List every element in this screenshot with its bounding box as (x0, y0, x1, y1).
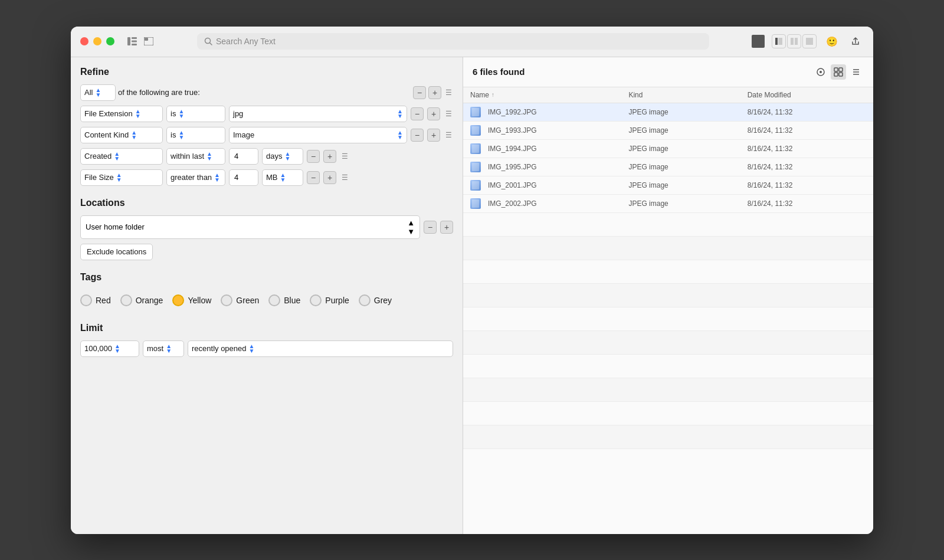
rule3-field-chevrons: ▲▼ (114, 152, 120, 161)
svg-rect-9 (778, 38, 782, 45)
svg-rect-15 (834, 68, 838, 71)
rule3-menu-button[interactable]: ☰ (340, 150, 349, 163)
rule4-unit-select[interactable]: MB ▲▼ (262, 169, 303, 186)
rule4-add-button[interactable]: + (323, 171, 336, 184)
file-name-cell: IMG_1994.JPG (470, 143, 628, 154)
tag-blue[interactable]: Blue (268, 294, 300, 306)
svg-line-7 (210, 43, 212, 45)
file-name: IMG_2002.JPG (488, 199, 537, 208)
rule3-operator-select[interactable]: within last ▲▼ (166, 148, 225, 165)
sidebar-icon[interactable] (126, 35, 138, 47)
rule1-field-select[interactable]: File Extension ▲▼ (80, 106, 163, 122)
rule3-op-chevrons: ▲▼ (206, 152, 212, 161)
table-row[interactable]: IMG_2001.JPG JPEG image 8/16/24, 11:32 (463, 176, 873, 195)
rule4-remove-button[interactable]: − (307, 171, 320, 184)
content-layout-icon[interactable] (802, 34, 817, 48)
tag-purple[interactable]: Purple (310, 294, 349, 306)
rule2-field-select[interactable]: Content Kind ▲▼ (80, 127, 163, 143)
search-bar[interactable]: Search Any Text (197, 33, 709, 50)
sidebar-layout-icon[interactable] (772, 34, 786, 48)
rule1-operator-select[interactable]: is ▲▼ (166, 106, 225, 122)
rule2-menu-button[interactable]: ☰ (444, 129, 453, 142)
rule-menu-button[interactable]: ☰ (444, 86, 453, 99)
close-button[interactable] (80, 37, 88, 45)
location-remove-button[interactable]: − (424, 221, 437, 234)
empty-row (463, 402, 873, 425)
stop-button[interactable] (752, 35, 765, 48)
rule1-remove-button[interactable]: − (411, 107, 424, 120)
rule3-add-button[interactable]: + (323, 150, 336, 163)
file-kind-cell: JPEG image (628, 163, 747, 171)
tag-orange[interactable]: Orange (120, 294, 163, 306)
exclude-locations-button[interactable]: Exclude locations (80, 244, 153, 260)
tag-grey[interactable]: Grey (359, 294, 392, 306)
tag-green[interactable]: Green (221, 294, 259, 306)
table-row[interactable]: IMG_1994.JPG JPEG image 8/16/24, 11:32 (463, 140, 873, 158)
svg-rect-16 (839, 68, 843, 71)
rule2-add-button[interactable]: + (427, 129, 440, 142)
maximize-button[interactable] (106, 37, 114, 45)
all-select[interactable]: All ▲▼ (80, 84, 116, 101)
limit-criteria-select[interactable]: recently opened ▲▼ (188, 340, 453, 357)
results-header: 6 files found (463, 57, 873, 87)
location-select[interactable]: User home folder ▲▼ (80, 215, 420, 239)
table-header: Name ↑ Kind Date Modified (463, 87, 873, 103)
limit-count-select[interactable]: 100,000 ▲▼ (80, 340, 139, 357)
file-date-cell: 8/16/24, 11:32 (748, 181, 866, 189)
rule3-remove-button[interactable]: − (307, 150, 320, 163)
split-layout-icon[interactable] (787, 34, 801, 48)
rule1-add-button[interactable]: + (427, 107, 440, 120)
grid-view-icon[interactable] (831, 64, 846, 80)
emoji-icon[interactable]: 🙂 (824, 33, 840, 50)
file-name-cell: IMG_1992.JPG (470, 107, 628, 117)
sort-arrow: ↑ (491, 91, 494, 98)
location-add-button[interactable]: + (440, 221, 453, 234)
layout-icons (772, 34, 817, 48)
rule4-op-chevrons: ▲▼ (214, 173, 220, 182)
rule-row-content-kind: Content Kind ▲▼ is ▲▼ Image ▲▼ − + ☰ (80, 127, 453, 143)
rule4-operator-select[interactable]: greater than ▲▼ (166, 169, 225, 186)
file-list: IMG_1992.JPG JPEG image 8/16/24, 11:32 I… (463, 103, 873, 213)
table-row[interactable]: IMG_1993.JPG JPEG image 8/16/24, 11:32 (463, 122, 873, 140)
table-row[interactable]: IMG_1992.JPG JPEG image 8/16/24, 11:32 (463, 103, 873, 122)
rule2-operator-select[interactable]: is ▲▼ (166, 127, 225, 143)
tab-icon[interactable] (143, 35, 155, 47)
rule2-remove-button[interactable]: − (411, 129, 424, 142)
svg-rect-11 (795, 38, 798, 45)
remove-rule-button[interactable]: − (413, 86, 426, 99)
table-row[interactable]: IMG_2002.JPG JPEG image 8/16/24, 11:32 (463, 195, 873, 213)
empty-row (463, 284, 873, 307)
tag-view-icon[interactable] (813, 64, 828, 80)
col-date-header[interactable]: Date Modified (748, 91, 866, 99)
file-name: IMG_1993.JPG (488, 126, 537, 135)
rule4-field-select[interactable]: File Size ▲▼ (80, 169, 163, 186)
rule3-value-input[interactable]: 4 (229, 148, 258, 165)
rule2-value-select[interactable]: Image ▲▼ (229, 127, 407, 143)
share-icon[interactable] (847, 33, 864, 50)
limit-sort-chevrons: ▲▼ (166, 344, 172, 353)
limit-sort-select[interactable]: most ▲▼ (143, 340, 184, 357)
svg-rect-8 (775, 38, 778, 45)
list-view-icon[interactable] (848, 64, 864, 80)
rule1-menu-button[interactable]: ☰ (444, 107, 453, 120)
tag-red[interactable]: Red (80, 294, 111, 306)
rule4-value-input[interactable]: 4 (229, 169, 258, 186)
view-icons (813, 64, 864, 80)
tag-blue-circle (268, 294, 280, 306)
col-kind-header[interactable]: Kind (628, 91, 747, 99)
rule3-unit-chevrons: ▲▼ (284, 152, 290, 161)
rule3-field-select[interactable]: Created ▲▼ (80, 148, 163, 165)
col-name-header[interactable]: Name ↑ (470, 91, 628, 99)
left-panel: Refine All ▲▼ of the following are true:… (71, 57, 463, 534)
limit-title: Limit (80, 323, 453, 333)
rule4-menu-button[interactable]: ☰ (340, 171, 349, 184)
limit-criteria-chevrons: ▲▼ (249, 344, 255, 353)
table-row[interactable]: IMG_1995.JPG JPEG image 8/16/24, 11:32 (463, 158, 873, 176)
file-name-cell: IMG_2002.JPG (470, 198, 628, 209)
rule3-unit-select[interactable]: days ▲▼ (262, 148, 303, 165)
tag-green-circle (221, 294, 232, 306)
add-rule-button[interactable]: + (428, 86, 441, 99)
tag-yellow[interactable]: Yellow (172, 294, 211, 306)
minimize-button[interactable] (93, 37, 101, 45)
rule1-value-select[interactable]: jpg ▲▼ (229, 106, 407, 122)
